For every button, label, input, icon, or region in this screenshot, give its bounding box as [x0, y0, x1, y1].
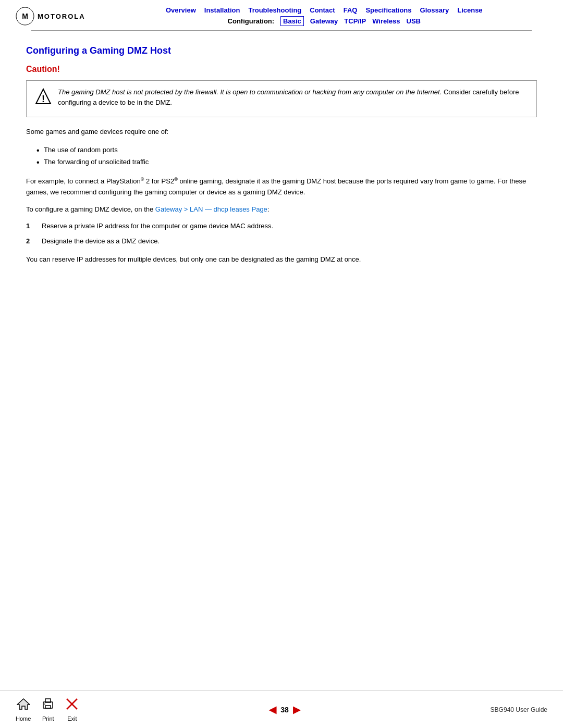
body-p1-pre: For example, to connect a PlayStation: [26, 177, 141, 185]
motorola-brand-text: MOTOROLA: [38, 13, 85, 20]
nav-installation[interactable]: Installation: [204, 6, 240, 14]
nav-tcpip[interactable]: TCP/IP: [344, 17, 366, 25]
print-icon: [41, 697, 55, 714]
footer: Home Print: [0, 690, 563, 728]
body-paragraph-1: For example, to connect a PlayStation® 2…: [26, 176, 537, 198]
nav-glossary[interactable]: Glossary: [420, 6, 449, 14]
exit-label: Exit: [67, 715, 77, 722]
nav-contact[interactable]: Contact: [310, 6, 335, 14]
next-page-button[interactable]: ▶: [293, 704, 300, 715]
step-1-number: 1: [26, 221, 34, 232]
svg-rect-8: [45, 706, 51, 708]
bullet-list: The use of random ports The forwarding o…: [36, 144, 537, 168]
svg-text:M: M: [22, 12, 28, 20]
config-label: Configuration:: [228, 17, 275, 25]
home-label: Home: [16, 715, 31, 722]
nav-gateway[interactable]: Gateway: [310, 17, 338, 25]
nav-specifications[interactable]: Specifications: [365, 6, 411, 14]
prev-page-button[interactable]: ◀: [269, 704, 276, 715]
body-p2-pre: To configure a gaming DMZ device, on the: [26, 205, 155, 213]
home-icon: [17, 697, 30, 714]
header: M MOTOROLA Overview Installation Trouble…: [0, 0, 563, 35]
header-divider: [31, 30, 532, 31]
step-2-text: Designate the device as a DMZ device.: [42, 236, 160, 247]
nav-overview[interactable]: Overview: [166, 6, 196, 14]
body-p2-post: :: [267, 205, 270, 213]
intro-paragraph: Some games and game devices require one …: [26, 127, 537, 138]
nav-license[interactable]: License: [457, 6, 482, 14]
guide-label: SBG940 User Guide: [491, 706, 547, 713]
ps2-reg-sup: ®: [174, 177, 178, 182]
nav-usb[interactable]: USB: [407, 17, 421, 25]
svg-text:!: !: [42, 94, 45, 104]
svg-rect-6: [43, 702, 53, 708]
numbered-list: 1 Reserve a private IP address for the c…: [26, 221, 537, 247]
logo-area: M MOTOROLA: [16, 7, 85, 26]
motorola-logo-icon: M: [16, 7, 34, 26]
footer-nav-buttons: Home Print: [16, 697, 79, 722]
print-button[interactable]: Print: [41, 697, 55, 722]
nav-faq[interactable]: FAQ: [344, 6, 358, 14]
home-button[interactable]: Home: [16, 697, 31, 722]
bullet-item-2: The forwarding of unsolicited traffic: [36, 156, 537, 168]
nav-row1: Overview Installation Troubleshooting Co…: [166, 6, 483, 14]
body-p1-mid: 2 for PS2: [144, 177, 174, 185]
nav-basic[interactable]: Basic: [280, 16, 304, 26]
step-2-number: 2: [26, 236, 34, 247]
nav-troubleshooting[interactable]: Troubleshooting: [248, 6, 301, 14]
footer-pagination: ◀ 38 ▶: [269, 704, 300, 715]
caution-heading: Caution!: [26, 65, 537, 74]
nav-links: Overview Installation Troubleshooting Co…: [101, 6, 547, 26]
body-paragraph-2: To configure a gaming DMZ device, on the…: [26, 204, 537, 215]
step-2: 2 Designate the device as a DMZ device.: [26, 236, 537, 247]
caution-icon: !: [35, 88, 51, 110]
print-label: Print: [42, 715, 54, 722]
exit-button[interactable]: Exit: [65, 697, 79, 722]
caution-body-text: The gaming DMZ host is not protected by …: [58, 87, 528, 107]
header-top: M MOTOROLA Overview Installation Trouble…: [16, 6, 547, 26]
page-number: 38: [280, 706, 289, 714]
step-1: 1 Reserve a private IP address for the c…: [26, 221, 537, 232]
caution-bold-text: The gaming DMZ host is not protected by …: [58, 88, 442, 96]
caution-box: ! The gaming DMZ host is not protected b…: [26, 80, 537, 117]
gateway-lan-link[interactable]: Gateway > LAN — dhcp leases Page: [155, 205, 267, 213]
bullet-item-1: The use of random ports: [36, 144, 537, 156]
svg-point-9: [44, 704, 45, 705]
nav-row2: Configuration: Basic Gateway TCP/IP Wire…: [228, 16, 421, 26]
page-title: Configuring a Gaming DMZ Host: [26, 45, 537, 56]
step-1-text: Reserve a private IP address for the com…: [42, 221, 273, 232]
exit-icon: [65, 697, 79, 714]
page-wrapper: M MOTOROLA Overview Installation Trouble…: [0, 0, 563, 728]
main-content: Configuring a Gaming DMZ Host Caution! !…: [0, 35, 563, 690]
footer-note-text: You can reserve IP addresses for multipl…: [26, 254, 537, 265]
nav-wireless[interactable]: Wireless: [372, 17, 400, 25]
